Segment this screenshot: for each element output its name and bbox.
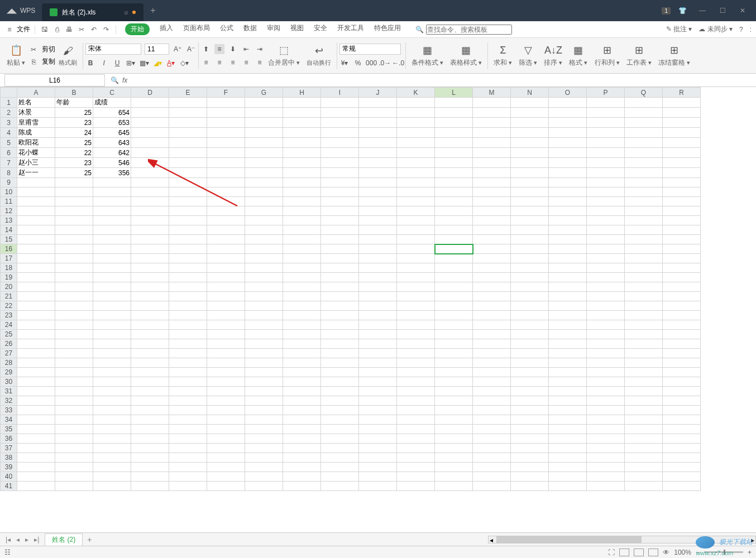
align-middle-icon[interactable]: ≡ bbox=[214, 44, 224, 54]
cell[interactable] bbox=[397, 128, 435, 138]
cell[interactable] bbox=[17, 235, 55, 244]
row-header[interactable]: 24 bbox=[1, 320, 17, 330]
cell[interactable] bbox=[321, 415, 359, 425]
cell[interactable] bbox=[55, 406, 93, 415]
cell[interactable] bbox=[625, 444, 663, 453]
cell[interactable] bbox=[131, 482, 169, 491]
status-icon[interactable]: ☷ bbox=[4, 549, 11, 556]
cell[interactable] bbox=[625, 138, 663, 148]
row-header[interactable]: 39 bbox=[1, 463, 17, 472]
cell[interactable] bbox=[245, 377, 283, 387]
cell[interactable] bbox=[17, 273, 55, 282]
cell[interactable] bbox=[245, 263, 283, 273]
wps-logo[interactable]: ◢◣ WPS bbox=[0, 0, 42, 21]
cell[interactable] bbox=[321, 320, 359, 330]
cell[interactable] bbox=[473, 168, 511, 178]
cell[interactable] bbox=[131, 377, 169, 387]
cell[interactable] bbox=[549, 138, 587, 148]
cell[interactable] bbox=[131, 301, 169, 311]
cell[interactable] bbox=[625, 434, 663, 444]
cell[interactable] bbox=[245, 311, 283, 320]
cell[interactable] bbox=[93, 197, 131, 206]
cell[interactable] bbox=[663, 320, 701, 330]
cell[interactable] bbox=[397, 472, 435, 482]
cell[interactable] bbox=[473, 368, 511, 377]
cell[interactable] bbox=[93, 425, 131, 434]
cell[interactable] bbox=[663, 254, 701, 263]
cell[interactable] bbox=[587, 472, 625, 482]
cell[interactable] bbox=[625, 292, 663, 301]
column-header[interactable]: A bbox=[17, 88, 55, 98]
cell[interactable] bbox=[283, 168, 321, 178]
cell[interactable] bbox=[549, 339, 587, 349]
paste-button[interactable]: 📋粘贴 ▾ bbox=[3, 44, 28, 68]
cell[interactable] bbox=[283, 425, 321, 434]
tab-insert[interactable]: 插入 bbox=[160, 23, 173, 35]
cell[interactable]: 皇甫雪 bbox=[17, 118, 55, 128]
cell[interactable] bbox=[511, 282, 549, 292]
cell[interactable] bbox=[663, 330, 701, 339]
row-header[interactable]: 22 bbox=[1, 301, 17, 311]
cell[interactable] bbox=[511, 463, 549, 472]
save-icon[interactable]: 🖫 bbox=[40, 25, 50, 35]
cell[interactable] bbox=[169, 301, 207, 311]
cell[interactable] bbox=[359, 434, 397, 444]
cell[interactable] bbox=[207, 425, 245, 434]
cell[interactable] bbox=[207, 463, 245, 472]
cell[interactable] bbox=[473, 216, 511, 225]
cell[interactable] bbox=[359, 472, 397, 482]
cell[interactable] bbox=[397, 197, 435, 206]
cell[interactable]: 23 bbox=[55, 158, 93, 168]
cell[interactable]: 25 bbox=[55, 108, 93, 118]
cell[interactable] bbox=[359, 330, 397, 339]
cell[interactable] bbox=[321, 368, 359, 377]
cell[interactable] bbox=[625, 282, 663, 292]
cell[interactable] bbox=[663, 197, 701, 206]
cell[interactable] bbox=[131, 158, 169, 168]
cell[interactable] bbox=[169, 415, 207, 425]
cell[interactable] bbox=[55, 244, 93, 254]
row-header[interactable]: 7 bbox=[1, 158, 17, 168]
cell[interactable] bbox=[55, 482, 93, 491]
cell[interactable] bbox=[625, 108, 663, 118]
cell[interactable] bbox=[625, 118, 663, 128]
cell[interactable] bbox=[245, 206, 283, 216]
cell[interactable] bbox=[245, 396, 283, 406]
cell[interactable] bbox=[511, 148, 549, 158]
cell[interactable] bbox=[169, 339, 207, 349]
cell[interactable] bbox=[625, 254, 663, 263]
cell[interactable] bbox=[245, 444, 283, 453]
cell[interactable] bbox=[359, 263, 397, 273]
cell[interactable]: 654 bbox=[93, 108, 131, 118]
cell[interactable] bbox=[17, 225, 55, 235]
cell[interactable] bbox=[625, 98, 663, 108]
cell[interactable] bbox=[245, 292, 283, 301]
cell[interactable] bbox=[511, 434, 549, 444]
cell[interactable] bbox=[283, 108, 321, 118]
cell[interactable] bbox=[397, 415, 435, 425]
cell[interactable] bbox=[131, 349, 169, 358]
cell[interactable] bbox=[207, 138, 245, 148]
cell[interactable] bbox=[359, 311, 397, 320]
row-header[interactable]: 11 bbox=[1, 197, 17, 206]
row-header[interactable]: 8 bbox=[1, 168, 17, 178]
cell[interactable] bbox=[359, 98, 397, 108]
cell[interactable] bbox=[93, 387, 131, 396]
cell[interactable] bbox=[435, 158, 473, 168]
cell[interactable] bbox=[359, 396, 397, 406]
cell[interactable] bbox=[55, 187, 93, 197]
cell[interactable] bbox=[17, 282, 55, 292]
cell[interactable] bbox=[473, 225, 511, 235]
cell[interactable] bbox=[549, 349, 587, 358]
print-icon[interactable]: 🖶 bbox=[64, 25, 74, 35]
row-header[interactable]: 2 bbox=[1, 108, 17, 118]
wrap-button[interactable]: ↩自动换行 bbox=[303, 44, 334, 67]
cell[interactable] bbox=[17, 444, 55, 453]
cell[interactable] bbox=[207, 396, 245, 406]
cell[interactable] bbox=[587, 148, 625, 158]
cell[interactable] bbox=[473, 282, 511, 292]
cell[interactable]: 642 bbox=[93, 148, 131, 158]
cell[interactable] bbox=[511, 358, 549, 368]
cell[interactable] bbox=[131, 358, 169, 368]
cell[interactable] bbox=[587, 128, 625, 138]
